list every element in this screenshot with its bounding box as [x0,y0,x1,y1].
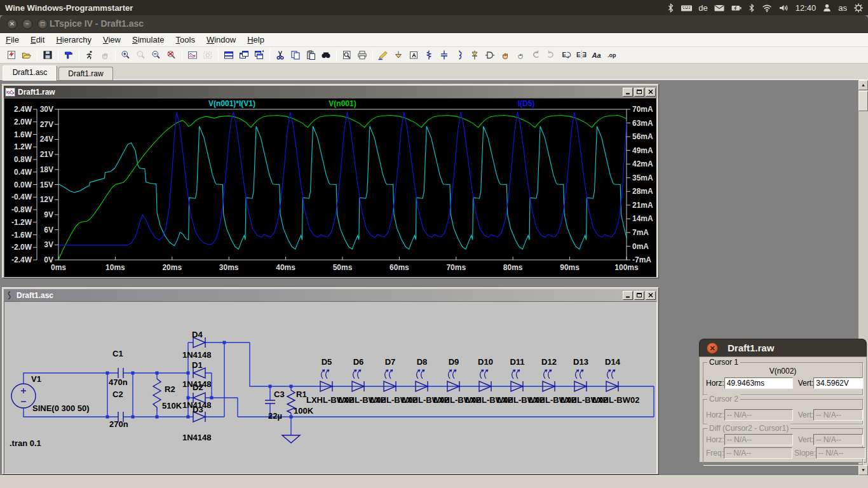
toolbar-button-new-schematic[interactable] [4,48,19,62]
wifi-icon[interactable] [761,3,773,13]
toolbar-button-open[interactable] [19,48,34,62]
menu-item-hierarchy[interactable]: Hierarchy [50,34,97,46]
toolbar-button-tile-vertical[interactable] [252,48,267,62]
waveform-plot[interactable]: 2.4W2.0W1.6W1.2W0.8W0.4W0.0W-0.4W-0.8W-1… [4,98,656,277]
menu-item-edit[interactable]: Edit [25,34,50,46]
toolbar-button-control-panel[interactable] [61,48,76,62]
bluetooth-icon[interactable] [667,3,675,13]
minimize-button[interactable]: − [22,19,32,29]
toolbar-button-tile-horizontal[interactable] [221,48,236,62]
toolbar-button-mark-data[interactable] [200,48,215,62]
schematic-window-titlebar[interactable]: Draft1.asc [4,289,657,301]
waveform-close-button[interactable] [646,88,656,97]
power-axis[interactable]: 2.4W2.0W1.6W1.2W0.8W0.4W0.0W-0.4W-0.8W-1… [11,105,37,264]
toolbar-button-zoom-out[interactable] [149,48,164,62]
toolbar-button-halt[interactable] [97,48,112,62]
toolbar-button-zoom-full[interactable] [164,48,179,62]
toolbar-button-cascade[interactable] [236,48,252,62]
cursor1-vert-field[interactable] [813,377,863,389]
trace-label[interactable]: V(n001)*I(V1) [208,99,255,108]
toolbar-button-undo[interactable] [528,48,543,62]
waveform-window-titlebar[interactable]: Draft1.raw [4,86,657,98]
user-icon[interactable] [822,3,832,13]
scroll-down-button[interactable]: ▼ [858,465,868,475]
svg-text:LXHL-BW02: LXHL-BW02 [592,395,639,405]
components[interactable] [11,337,300,443]
toolbar-button-run[interactable] [82,48,97,62]
close-button[interactable]: ✕ [7,19,17,29]
battery-icon[interactable] [731,3,742,13]
bluetooth-icon[interactable] [748,3,756,13]
panel-title: Wine Windows-Programmstarter [5,3,133,13]
toolbar-button-place-resistor[interactable] [421,48,437,62]
schematic-close-button[interactable] [646,291,656,300]
toolbar-button-redo[interactable] [543,48,559,62]
mail-icon[interactable] [714,3,725,13]
waveform-minimize-button[interactable] [623,88,633,97]
trace-I(D5)[interactable] [58,112,627,245]
led-chain[interactable]: D5LXHL-BW02D6LXHL-BW02D7LXHL-BW02D8LXHL-… [306,357,639,405]
toolbar-button-copy[interactable] [288,48,303,62]
toolbar-button-print[interactable] [355,48,370,62]
gear-icon[interactable] [853,3,864,13]
toolbar-button-paste[interactable] [303,48,318,62]
toolbar-button-place-label[interactable]: A [406,48,421,62]
cursor-dialog-titlebar[interactable]: ✕ Draft1.raw [699,339,867,356]
volume-icon[interactable] [778,3,790,13]
cursor1-horz-field[interactable] [724,377,793,389]
trace-V(n001)[interactable] [58,116,627,261]
toolbar-button-zoom-in[interactable] [118,48,133,62]
username-label[interactable]: as [838,3,847,13]
toolbar-button-print-preview[interactable] [339,48,355,62]
schematic-minimize-button[interactable] [623,291,633,300]
schematic-labels[interactable]: V1SINE(0 300 50)C1470nC2270nR2510KD41N41… [10,330,314,448]
toolbar-button-mirror[interactable]: EE [574,48,589,62]
toolbar-button-place-ground[interactable] [391,48,406,62]
toolbar-button-place-text[interactable]: Aa [589,48,604,62]
schematic-canvas[interactable]: D5LXHL-BW02D6LXHL-BW02D7LXHL-BW02D8LXHL-… [4,301,657,474]
zoom-full-icon [166,50,177,60]
keyboard-icon[interactable] [681,3,693,13]
toolbar-button-draw-wire[interactable] [376,48,391,62]
scrollbar-thumb[interactable] [858,91,868,111]
scroll-up-button[interactable]: ▲ [858,80,868,90]
current-axis[interactable]: 70mA63mA56mA49mA42mA35mA28mA21mA14mA7mA0… [627,105,653,264]
toolbar-button-drag[interactable] [513,48,528,62]
schematic-maximize-button[interactable] [634,291,644,300]
trace-label[interactable]: I(D5) [518,99,535,108]
window-titlebar[interactable]: ✕ − □ LTspice IV - Draft1.asc [0,15,868,33]
toolbar-button-autorange[interactable] [185,48,200,62]
menu-item-help[interactable]: Help [241,34,270,46]
menu-item-window[interactable]: Window [201,34,241,46]
time-axis[interactable]: 0ms10ms20ms30ms40ms50ms60ms70ms80ms90ms1… [51,257,639,272]
clock[interactable]: 12:40 [796,3,817,13]
toolbar-button-place-component[interactable] [482,48,498,62]
schematic-drawing[interactable]: D5LXHL-BW02D6LXHL-BW02D7LXHL-BW02D8LXHL-… [4,302,656,473]
toolbar-button-find[interactable] [318,48,334,62]
maximize-button[interactable]: □ [37,19,48,29]
toolbar-button-place-inductor[interactable] [452,48,467,62]
toolbar-button-save[interactable] [40,48,55,62]
toolbar-button-cut[interactable] [273,48,288,62]
waveform-plot-area[interactable]: 2.4W2.0W1.6W1.2W0.8W0.4W0.0W-0.4W-0.8W-1… [4,98,657,278]
menu-item-file[interactable]: File [0,34,25,46]
toolbar-button-spice-directive[interactable]: .op [604,48,620,62]
menu-item-simulate[interactable]: Simulate [126,34,170,46]
toolbar-button-rotate[interactable]: E [559,48,574,62]
trace-label[interactable]: V(n001) [329,99,356,108]
toolbar-button-zoom-back[interactable] [133,48,149,62]
toolbar-button-move[interactable] [498,48,513,62]
cursor-dialog-close-button[interactable]: ✕ [707,342,718,354]
svg-text:10ms: 10ms [105,263,125,272]
led-D14[interactable]: D14LXHL-BW02 [592,357,639,405]
waveform-maximize-button[interactable] [634,88,644,97]
keyboard-layout-label[interactable]: de [698,3,707,13]
tab-draft1-raw[interactable]: Draft1.raw [58,67,113,81]
trace-V(n001)*I(V1)[interactable] [58,126,627,250]
tab-draft1-asc[interactable]: Draft1.asc [3,65,57,81]
toolbar-button-place-capacitor[interactable] [437,48,452,62]
toolbar-button-place-diode[interactable] [467,48,482,62]
menu-item-view[interactable]: View [97,34,126,46]
menu-item-tools[interactable]: Tools [170,34,201,46]
voltage-axis[interactable]: 30V27V24V21V18V15V12V9V6V3V0V [40,105,58,264]
